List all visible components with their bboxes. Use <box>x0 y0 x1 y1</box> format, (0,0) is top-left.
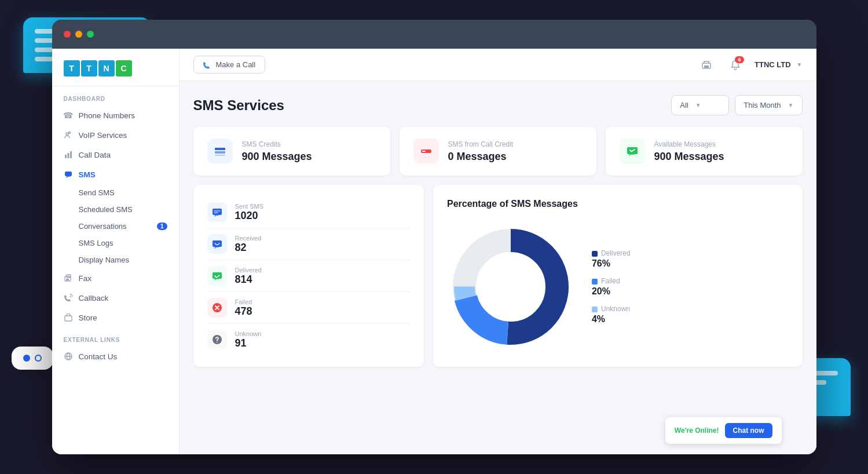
legend-failed: Failed 20% <box>592 277 631 297</box>
user-name: TTNC LTD <box>755 60 791 69</box>
metric-label-unknown: Unknown <box>235 330 410 337</box>
sidebar-item-contact-us[interactable]: Contact Us <box>52 347 179 366</box>
calldata-label: Call Data <box>79 151 111 159</box>
make-call-button[interactable]: Make a Call <box>193 56 266 74</box>
legend-value-failed: 20% <box>592 286 631 297</box>
external-links-label: EXTERNAL LINKS <box>52 327 179 347</box>
contact-us-label: Contact Us <box>79 352 118 361</box>
filter-all-select[interactable]: All ▼ <box>671 95 729 115</box>
stat-card-call-credit: SMS from Call Credit 0 Messages <box>400 127 596 176</box>
metric-info-unknown: Unknown 91 <box>235 330 410 349</box>
calldata-icon <box>64 150 73 159</box>
scheduled-label: Scheduled SMS <box>79 205 133 214</box>
metric-label-sent: Sent SMS <box>235 203 410 210</box>
sms-label: SMS <box>79 170 96 179</box>
chart-title: Percentage of SMS Messages <box>447 199 789 209</box>
page-title: SMS Services <box>193 97 284 114</box>
legend-label-delivered: Delivered <box>601 249 631 257</box>
phone-numbers-label: Phone Numbers <box>79 111 135 120</box>
store-label: Store <box>79 313 97 322</box>
phone-call-icon <box>203 61 211 69</box>
svg-point-1 <box>68 132 70 134</box>
send-sms-label: Send SMS <box>79 188 115 197</box>
svg-rect-19 <box>213 209 222 215</box>
stat-label-call-credit: SMS from Call Credit <box>448 140 583 148</box>
fax-icon <box>64 274 73 283</box>
chat-widget: We're Online! Chat now <box>665 417 782 444</box>
sidebar: T T N C DASHBOARD ☎ Phone Numbers <box>52 49 180 454</box>
stats-row: SMS Credits 900 Messages <box>193 127 803 176</box>
sidebar-item-call-data[interactable]: Call Data <box>52 145 179 165</box>
svg-rect-13 <box>215 148 225 150</box>
legend-value-unknown: 4% <box>592 314 631 324</box>
svg-rect-9 <box>65 316 72 321</box>
sidebar-sub-display-names[interactable]: Display Names <box>52 251 179 268</box>
failed-icon <box>207 298 227 318</box>
typing-bubble <box>12 347 53 370</box>
notification-icon-btn[interactable]: 6 <box>726 55 745 75</box>
topnav-right: 6 TTNC LTD ▼ <box>697 55 802 75</box>
chart-content: Delivered 76% Failed 20% <box>447 221 789 353</box>
svg-rect-17 <box>422 151 426 152</box>
filter-all-label: All <box>680 101 688 110</box>
filter-month-chevron: ▼ <box>788 102 794 108</box>
svg-rect-2 <box>65 155 67 158</box>
stat-info-credits: SMS Credits 900 Messages <box>242 140 376 163</box>
sidebar-item-store[interactable]: Store <box>52 308 179 327</box>
metric-label-failed: Failed <box>235 298 410 305</box>
sidebar-sub-conversations[interactable]: Conversations 1 <box>52 218 179 235</box>
bottom-row: Sent SMS 1020 <box>193 185 803 367</box>
filter-month-select[interactable]: This Month ▼ <box>735 95 802 115</box>
stat-label-available: Available Messages <box>654 140 789 148</box>
sidebar-item-sms[interactable]: SMS <box>52 165 179 184</box>
sidebar-sub-scheduled[interactable]: Scheduled SMS <box>52 201 179 218</box>
voip-icon <box>64 130 73 140</box>
logo-T2: T <box>81 60 97 76</box>
stat-card-sms-credits: SMS Credits 900 Messages <box>193 127 390 176</box>
typing-dot-1 <box>23 355 30 362</box>
svg-rect-20 <box>213 240 222 247</box>
dashboard-section-label: DASHBOARD <box>52 86 179 105</box>
legend-color-failed <box>592 279 598 285</box>
notification-badge: 6 <box>735 56 744 63</box>
sidebar-item-phone-numbers[interactable]: ☎ Phone Numbers <box>52 105 179 125</box>
topnav: Make a Call <box>180 49 816 81</box>
legend-label-unknown: Unknown <box>601 305 630 313</box>
print-icon-btn[interactable] <box>697 55 716 75</box>
user-menu[interactable]: TTNC LTD ▼ <box>755 60 802 69</box>
sidebar-item-callback[interactable]: Callback <box>52 288 179 308</box>
svg-rect-21 <box>213 272 222 279</box>
sent-sms-icon <box>207 202 227 222</box>
metric-info-failed: Failed 478 <box>235 298 410 318</box>
sidebar-sub-send-sms[interactable]: Send SMS <box>52 184 179 201</box>
metric-row-sent: Sent SMS 1020 <box>207 196 410 228</box>
voip-label: VoIP Services <box>79 131 127 140</box>
svg-point-29 <box>478 254 543 319</box>
svg-rect-8 <box>66 279 69 280</box>
metric-value-unknown: 91 <box>235 337 410 349</box>
legend-color-unknown <box>592 307 598 312</box>
fax-label: Fax <box>79 274 92 283</box>
sidebar-item-voip[interactable]: VoIP Services <box>52 125 179 145</box>
svg-rect-14 <box>215 151 225 154</box>
svg-rect-4 <box>70 151 72 158</box>
logo-C: C <box>116 60 132 76</box>
svg-point-0 <box>66 133 68 135</box>
legend-color-delivered <box>592 251 598 257</box>
main-content: Make a Call <box>180 49 816 454</box>
online-text: We're Online! <box>675 426 719 435</box>
store-icon <box>64 313 73 322</box>
sidebar-item-fax[interactable]: Fax <box>52 268 179 288</box>
metric-value-sent: 1020 <box>235 210 410 222</box>
svg-rect-15 <box>215 155 225 156</box>
metrics-card: Sent SMS 1020 <box>193 185 424 367</box>
stat-value-credits: 900 Messages <box>242 151 376 163</box>
browser-frame: T T N C DASHBOARD ☎ Phone Numbers <box>52 20 816 454</box>
logo-T1: T <box>64 60 80 76</box>
legend-label-failed: Failed <box>601 277 620 285</box>
filter-month-label: This Month <box>744 101 781 110</box>
chart-legend: Delivered 76% Failed 20% <box>592 249 631 324</box>
sidebar-sub-sms-logs[interactable]: SMS Logs <box>52 235 179 251</box>
chat-now-button[interactable]: Chat now <box>725 423 772 438</box>
callback-icon <box>64 293 73 302</box>
